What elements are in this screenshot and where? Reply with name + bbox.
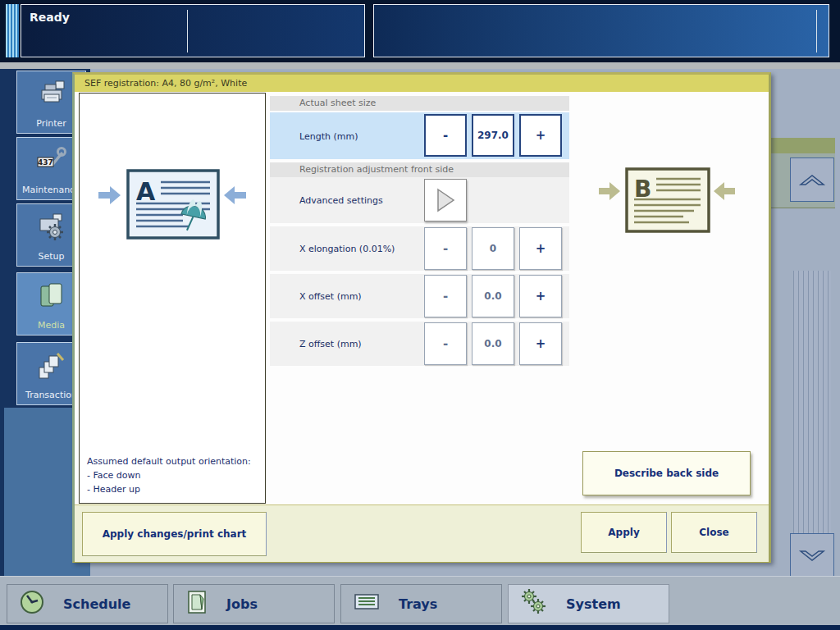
document-icon [185,589,208,619]
length-label: Length (mm) [299,130,358,141]
scroll-up-button[interactable] [790,158,834,202]
tab-trays[interactable]: Trays [340,584,502,623]
x-offset-label: X offset (mm) [299,291,362,302]
advanced-settings-label: Advanced settings [299,195,383,206]
scroll-down-button[interactable] [790,533,834,578]
note-line: - Face down [87,468,251,482]
note-line: - Header up [87,482,251,496]
x-offset-row: X offset (mm) - 0.0 + [270,274,569,318]
front-sheet-figure: A [97,166,248,251]
z-offset-label: Z offset (mm) [299,339,362,349]
x-offset-value-field[interactable]: 0.0 [472,275,514,317]
chevron-up-icon [796,172,829,187]
length-decrement-button[interactable]: - [424,114,467,157]
close-button[interactable]: Close [671,512,757,553]
advanced-settings-button[interactable] [424,179,467,221]
status-text: Ready [30,11,70,24]
x-elongation-row: X elongation (0.01%) - 0 + [270,226,569,271]
length-row: Length (mm) - 297.0 + [270,112,569,159]
length-increment-button[interactable]: + [519,114,562,157]
section-header-registration: Registration adjustment front side [270,162,569,177]
transaction-pages-icon [35,351,68,384]
tab-label: System [566,596,621,612]
printer-gear-icon [35,212,68,245]
z-offset-increment-button[interactable]: + [519,322,562,365]
status-divider [816,10,817,52]
tab-schedule[interactable]: Schedule [7,584,168,623]
arrow-left-icon [714,182,735,200]
tab-system[interactable]: System [508,584,669,623]
status-bar: Ready [0,0,840,62]
secondary-status-panel [373,4,829,57]
x-elongation-increment-button[interactable]: + [519,227,562,270]
status-divider [187,10,188,52]
sidebar-item-label: Printer [36,118,66,129]
orientation-note: Assumed default output orientation: - Fa… [87,454,251,496]
describe-back-side-button[interactable]: Describe back side [582,451,751,495]
tab-label: Schedule [63,596,130,612]
z-offset-value-field[interactable]: 0.0 [472,322,514,365]
front-side-panel: A [79,93,266,504]
printer-controller-screen: Ready [0,0,840,630]
brand-stripes [6,4,19,57]
sidebar-item-label: Setup [38,251,64,262]
clock-icon [19,589,45,619]
front-sheet-letter: A [136,177,156,206]
counter-wrench-icon: 437 [35,146,68,179]
printer-status-panel: Ready [21,4,365,57]
play-icon [435,188,456,212]
arrow-right-icon [98,186,121,204]
advanced-settings-row: Advanced settings [270,177,569,223]
taskbar: Schedule Jobs [0,576,840,625]
screen-bottom-edge [0,625,840,630]
tab-jobs[interactable]: Jobs [173,584,335,623]
x-offset-increment-button[interactable]: + [519,275,562,317]
x-offset-decrement-button[interactable]: - [424,275,467,317]
section-header-sheet-size: Actual sheet size [270,96,569,111]
dialog-title: SEF registration: A4, 80 g/m², White [75,75,769,92]
svg-text:437: 437 [38,158,53,167]
tray-icon [353,591,381,617]
chevron-down-icon [796,548,829,563]
back-sheet-figure: B [597,165,737,246]
x-elongation-decrement-button[interactable]: - [424,227,467,270]
back-side-panel: B [572,93,761,504]
printer-icon [36,80,67,111]
x-elongation-label: X elongation (0.01%) [299,244,395,254]
sef-registration-dialog: SEF registration: A4, 80 g/m², White A [72,72,771,563]
z-offset-decrement-button[interactable]: - [424,322,467,365]
arrow-left-icon [224,186,246,204]
media-sheets-icon [37,281,66,314]
tab-label: Trays [399,596,437,612]
apply-button[interactable]: Apply [581,512,667,553]
dialog-body: A [75,92,769,504]
note-line: Assumed default output orientation: [87,454,251,468]
sidebar-item-label: Media [38,320,65,331]
x-elongation-value-field[interactable]: 0 [472,227,514,270]
dialog-footer: Apply changes/print chart Apply Close [75,504,769,562]
sidebar-item-label: Transaction [25,390,77,400]
length-value-field[interactable]: 297.0 [472,114,514,157]
z-offset-row: Z offset (mm) - 0.0 + [270,322,569,366]
gears-icon [520,588,548,619]
apply-changes-print-chart-button[interactable]: Apply changes/print chart [82,512,267,556]
tab-label: Jobs [226,596,258,612]
divider-strip [0,62,840,69]
background-fragment [763,138,835,153]
arrow-right-icon [599,182,620,200]
